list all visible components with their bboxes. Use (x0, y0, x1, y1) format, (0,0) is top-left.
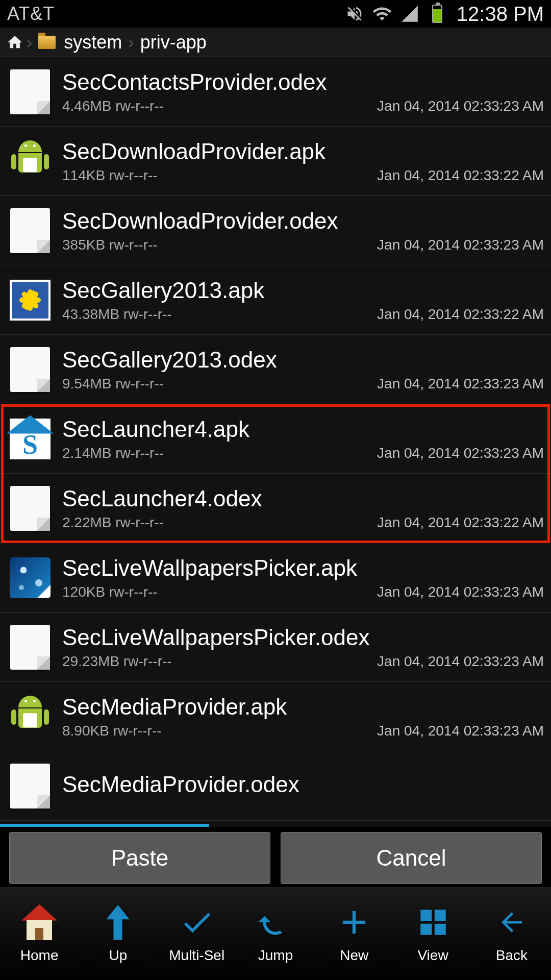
toolbar-label: Home (20, 947, 59, 964)
back-icon (490, 900, 534, 944)
svg-rect-1 (434, 910, 445, 921)
file-size-perm: 114KB rw-r--r-- (62, 167, 158, 184)
file-icon-apk (7, 138, 53, 184)
toolbar-up-button[interactable]: Up (80, 900, 156, 964)
file-date: Jan 04, 2014 02:33:23 AM (377, 445, 544, 461)
jump-icon (254, 900, 297, 944)
action-row: Paste Cancel (0, 827, 551, 887)
file-date: Jan 04, 2014 02:33:22 AM (377, 514, 544, 531)
file-name: SecLiveWallpapersPicker.odex (62, 625, 544, 650)
file-date: Jan 04, 2014 02:33:23 AM (377, 376, 544, 392)
file-info: SecDownloadProvider.apk 114KB rw-r--r-- … (53, 139, 544, 184)
up-icon (96, 900, 140, 944)
file-row[interactable]: SecLauncher4.odex 2.22MB rw-r--r-- Jan 0… (0, 474, 551, 543)
toolbar-plus-button[interactable]: New (316, 900, 392, 964)
file-row[interactable]: SecContactsProvider.odex 4.46MB rw-r--r-… (0, 57, 551, 127)
chevron-icon: › (128, 32, 134, 52)
file-info: SecGallery2013.apk 43.38MB rw-r--r-- Jan… (53, 278, 544, 323)
toolbar-label: Jump (258, 947, 293, 964)
cancel-button[interactable]: Cancel (281, 832, 542, 884)
carrier-label: AT&T (7, 3, 55, 24)
toolbar-grid-button[interactable]: View (395, 900, 471, 964)
breadcrumb[interactable]: › system › priv-app (0, 28, 551, 57)
file-info: SecDownloadProvider.odex 385KB rw-r--r--… (53, 208, 544, 253)
file-info: SecGallery2013.odex 9.54MB rw-r--r-- Jan… (53, 347, 544, 392)
mute-icon (344, 4, 365, 24)
toolbar-label: Multi-Sel (169, 947, 224, 964)
file-name: SecGallery2013.odex (62, 347, 544, 373)
file-name: SecDownloadProvider.apk (62, 139, 544, 164)
file-icon-gallery (7, 277, 53, 323)
svg-rect-3 (434, 923, 445, 935)
file-row[interactable]: SecMediaProvider.apk 8.90KB rw-r--r-- Ja… (0, 682, 551, 751)
file-row[interactable]: SecMediaProvider.odex (0, 751, 551, 821)
file-name: SecMediaProvider.apk (62, 694, 544, 720)
file-name: SecContactsProvider.odex (62, 69, 544, 95)
status-icons: 12:38 PM (344, 3, 544, 26)
chevron-icon: › (27, 32, 32, 52)
grid-icon (411, 900, 455, 944)
plus-icon (332, 900, 376, 944)
file-icon-doc (7, 69, 53, 115)
file-meta: 2.14MB rw-r--r-- Jan 04, 2014 02:33:23 A… (62, 445, 544, 461)
file-date: Jan 04, 2014 02:33:23 AM (377, 98, 544, 114)
file-meta: 2.22MB rw-r--r-- Jan 04, 2014 02:33:22 A… (62, 514, 544, 531)
breadcrumb-item-system[interactable]: system (59, 32, 127, 53)
file-icon-apk (7, 694, 53, 740)
bottom-toolbar: HomeUpMulti-SelJumpNewViewBack (0, 887, 551, 980)
file-icon-doc (7, 347, 53, 393)
home-icon (17, 900, 61, 944)
file-meta: 114KB rw-r--r-- Jan 04, 2014 02:33:22 AM (62, 167, 544, 184)
file-info: SecContactsProvider.odex 4.46MB rw-r--r-… (53, 69, 544, 114)
file-icon-launcher: S (7, 416, 53, 462)
toolbar-home-button[interactable]: Home (1, 900, 78, 964)
toolbar-jump-button[interactable]: Jump (237, 900, 314, 964)
breadcrumb-item-privapp[interactable]: priv-app (135, 32, 212, 53)
file-row[interactable]: SecGallery2013.odex 9.54MB rw-r--r-- Jan… (0, 335, 551, 404)
file-row[interactable]: SecLiveWallpapersPicker.odex 29.23MB rw-… (0, 612, 551, 682)
file-meta: 385KB rw-r--r-- Jan 04, 2014 02:33:23 AM (62, 237, 544, 253)
svg-rect-0 (420, 910, 432, 921)
file-date: Jan 04, 2014 02:33:23 AM (377, 237, 544, 253)
file-meta: 9.54MB rw-r--r-- Jan 04, 2014 02:33:23 A… (62, 376, 544, 392)
file-meta: 4.46MB rw-r--r-- Jan 04, 2014 02:33:23 A… (62, 98, 544, 114)
file-size-perm: 4.46MB rw-r--r-- (62, 98, 164, 114)
toolbar-label: New (340, 947, 368, 964)
file-info: SecMediaProvider.apk 8.90KB rw-r--r-- Ja… (53, 694, 544, 739)
file-meta: 29.23MB rw-r--r-- Jan 04, 2014 02:33:23 … (62, 653, 544, 670)
file-list[interactable]: SecContactsProvider.odex 4.46MB rw-r--r-… (0, 57, 551, 827)
file-name: SecLauncher4.apk (62, 416, 544, 442)
file-date: Jan 04, 2014 02:33:23 AM (377, 723, 544, 739)
file-row[interactable]: SecDownloadProvider.apk 114KB rw-r--r-- … (0, 127, 551, 196)
breadcrumb-home-icon[interactable] (4, 32, 26, 53)
file-size-perm: 120KB rw-r--r-- (62, 584, 158, 600)
file-info: SecLiveWallpapersPicker.apk 120KB rw-r--… (53, 555, 544, 600)
file-row[interactable]: SecDownloadProvider.odex 385KB rw-r--r--… (0, 196, 551, 265)
file-info: SecLiveWallpapersPicker.odex 29.23MB rw-… (53, 625, 544, 670)
file-name: SecMediaProvider.odex (62, 772, 544, 797)
file-meta: 43.38MB rw-r--r-- Jan 04, 2014 02:33:22 … (62, 306, 544, 323)
file-date: Jan 04, 2014 02:33:22 AM (377, 306, 544, 323)
file-row[interactable]: S SecLauncher4.apk 2.14MB rw-r--r-- Jan … (0, 404, 551, 474)
file-info: SecLauncher4.odex 2.22MB rw-r--r-- Jan 0… (53, 486, 544, 531)
file-size-perm: 385KB rw-r--r-- (62, 237, 158, 253)
file-size-perm: 9.54MB rw-r--r-- (62, 376, 164, 392)
file-meta: 120KB rw-r--r-- Jan 04, 2014 02:33:23 AM (62, 584, 544, 600)
wifi-icon (372, 4, 392, 24)
file-icon-doc (7, 485, 53, 531)
toolbar-check-button[interactable]: Multi-Sel (159, 900, 235, 964)
file-info: SecLauncher4.apk 2.14MB rw-r--r-- Jan 04… (53, 416, 544, 461)
paste-button[interactable]: Paste (9, 832, 270, 884)
file-info: SecMediaProvider.odex (53, 772, 544, 800)
svg-rect-2 (420, 923, 432, 935)
file-row[interactable]: SecLiveWallpapersPicker.apk 120KB rw-r--… (0, 543, 551, 612)
file-meta: 8.90KB rw-r--r-- Jan 04, 2014 02:33:23 A… (62, 723, 544, 739)
progress-bar (0, 824, 209, 827)
signal-icon (399, 4, 420, 24)
toolbar-back-button[interactable]: Back (473, 900, 550, 964)
toolbar-label: Back (496, 947, 528, 964)
file-row[interactable]: SecGallery2013.apk 43.38MB rw-r--r-- Jan… (0, 265, 551, 335)
status-bar: AT&T 12:38 PM (0, 0, 551, 28)
toolbar-label: View (417, 947, 448, 964)
battery-icon (427, 4, 447, 24)
